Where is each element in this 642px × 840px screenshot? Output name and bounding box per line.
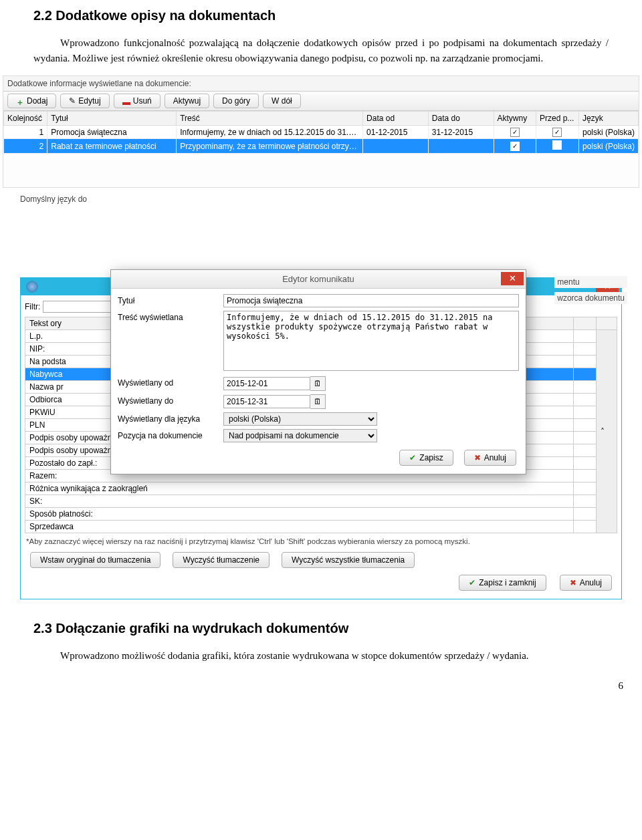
title-field-label: Tytuł (118, 294, 218, 305)
edit-label: Edytuj (78, 96, 100, 106)
table-row[interactable]: Różnica wynikająca z zaokrągleń (25, 482, 617, 495)
close-icon[interactable]: ✕ (501, 272, 524, 285)
insert-original-button[interactable]: Wstaw oryginał do tłumaczenia (30, 552, 160, 568)
save-button[interactable]: ✔Zapisz (399, 450, 453, 466)
date-to-input[interactable] (223, 395, 310, 408)
table-row[interactable]: Sprzedawca (25, 521, 617, 533)
edit-icon: ✎ (69, 96, 76, 106)
down-label: W dół (272, 96, 292, 106)
checkbox-icon[interactable] (510, 128, 520, 137)
cancel-icon: ✖ (474, 453, 481, 462)
message-editor-dialog: Edytor komunikatu ✕ Tytuł Treść wyświetl… (110, 269, 526, 474)
toolbar: ＋Dodaj ✎Edytuj Usuń Aktywuj Do góry W dó… (3, 91, 639, 111)
add-label: Dodaj (27, 96, 47, 106)
cancel-icon: ✖ (570, 578, 576, 587)
up-label: Do góry (222, 96, 250, 106)
clear-all-translations-button[interactable]: Wyczyść wszystkie tłumaczenia (282, 552, 415, 568)
checkbox-icon[interactable] (552, 140, 562, 150)
paragraph-2-2: Wprowadzono funkcjonalność pozwalającą n… (33, 35, 609, 65)
cancel-label: Anuluj (580, 578, 602, 587)
save-label: Zapisz (419, 453, 443, 462)
check-icon: ✔ (469, 578, 475, 587)
table-row[interactable]: 2Rabat za terminowe płatnościPrzypominam… (4, 139, 639, 154)
activate-button[interactable]: Aktywuj (165, 94, 209, 108)
col-from[interactable]: Data od (363, 112, 429, 126)
title-input[interactable] (223, 294, 519, 307)
bg-text-wzorca: wzorca dokumentu (554, 292, 627, 304)
save-close-button[interactable]: ✔Zapisz i zamknij (459, 575, 546, 591)
empty-space (3, 154, 639, 187)
cancel-button[interactable]: ✖Anuluj (560, 575, 612, 591)
multiselect-hint: *Aby zaznaczyć więcej wierszy na raz nac… (25, 533, 617, 549)
language-field-label: Wyświetlany dla języka (118, 412, 218, 424)
filter-label: Filtr: (25, 302, 40, 311)
scrollbar[interactable] (597, 317, 617, 330)
messages-table[interactable]: Kolejność Tytuł Treść Data od Data do Ak… (3, 111, 639, 154)
language-select[interactable]: polski (Polska) (223, 412, 377, 426)
check-icon: ✔ (409, 453, 416, 462)
position-select[interactable]: Nad podpisami na dokumencie (223, 429, 377, 442)
cancel-label: Anuluj (484, 453, 506, 462)
col-title[interactable]: Tytuł (47, 112, 177, 126)
activate-label: Aktywuj (173, 96, 201, 106)
delete-button[interactable]: Usuń (114, 94, 160, 108)
date-from-input[interactable] (223, 377, 310, 390)
col-no[interactable]: Kolejność (4, 112, 47, 126)
delete-label: Usuń (133, 96, 152, 106)
content-field-label: Treść wyświetlana (118, 311, 218, 322)
col-before[interactable]: Przed p... (536, 112, 578, 126)
checkbox-icon[interactable] (510, 142, 520, 151)
col-translation[interactable] (573, 317, 596, 330)
edit-button[interactable]: ✎Edytuj (60, 94, 109, 108)
table-row[interactable]: 1Promocja świątecznaInformujemy, że w dn… (4, 126, 639, 139)
screenshot-extra-info-panel: Dodatkowe informacje wyświetlane na doku… (3, 76, 639, 188)
content-textarea[interactable] (223, 311, 519, 371)
calendar-icon[interactable]: 🗓 (310, 394, 326, 409)
col-content[interactable]: Treść (177, 112, 363, 126)
bg-text-mentu: mentu (554, 276, 627, 288)
clear-translation-button[interactable]: Wyczyść tłumaczenie (173, 552, 270, 568)
save-close-label: Zapisz i zamknij (479, 578, 536, 587)
dialog-title: Edytor komunikatu ✕ (111, 270, 526, 289)
position-field-label: Pozycja na dokumencie (118, 429, 218, 440)
checkbox-icon[interactable] (552, 128, 562, 137)
minus-icon (122, 102, 130, 105)
paragraph-2-3: Wprowadzono możliwość dodania grafiki, k… (33, 648, 609, 664)
move-up-button[interactable]: Do góry (213, 94, 259, 108)
add-button[interactable]: ＋Dodaj (7, 94, 56, 108)
to-field-label: Wyświetlany do (118, 394, 218, 406)
heading-2-2: 2.2 Dodatkowe opisy na dokumentach (33, 5, 609, 25)
default-language-label-partial: Domyślny język do (20, 194, 642, 204)
page-number: 6 (0, 674, 642, 702)
app-orb-icon (26, 281, 38, 293)
scrollbar[interactable]: ˄ (597, 330, 617, 533)
dialog-title-text: Edytor komunikatu (282, 274, 354, 284)
table-row[interactable]: Sposób płatności: (25, 508, 617, 521)
move-down-button[interactable]: W dół (263, 94, 301, 108)
plus-icon: ＋ (16, 97, 24, 105)
cancel-button[interactable]: ✖Anuluj (464, 450, 516, 466)
heading-2-3: 2.3 Dołączanie grafiki na wydrukach doku… (33, 618, 609, 638)
table-row[interactable]: SK: (25, 495, 617, 508)
col-to[interactable]: Data do (428, 112, 494, 126)
col-lang[interactable]: Język (578, 112, 638, 126)
panel-label: Dodatkowe informacje wyświetlane na doku… (3, 76, 639, 91)
from-field-label: Wyświetlany od (118, 376, 218, 388)
col-active[interactable]: Aktywny (494, 112, 536, 126)
calendar-icon[interactable]: 🗓 (310, 376, 326, 391)
